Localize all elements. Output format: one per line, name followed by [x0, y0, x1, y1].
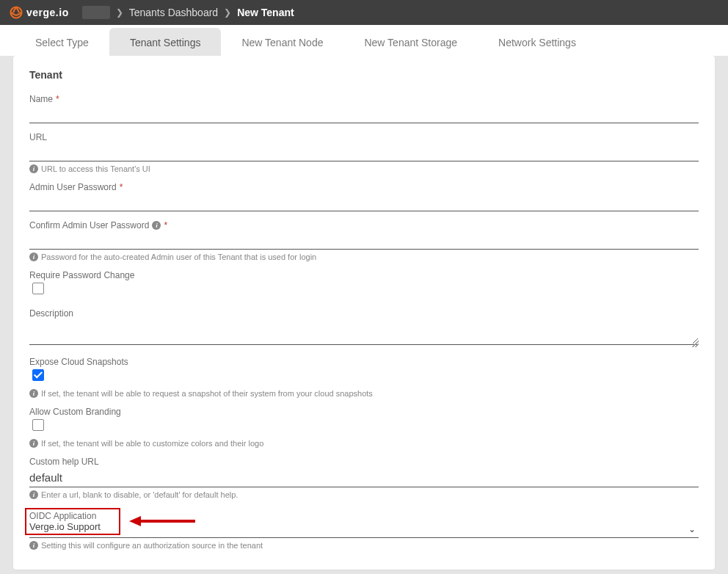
- tab-tenant-settings[interactable]: Tenant Settings: [109, 28, 222, 56]
- tab-select-type[interactable]: Select Type: [15, 28, 109, 56]
- topbar: verge.io ❯ Tenants Dashboard ❯ New Tenan…: [0, 0, 728, 25]
- name-label: Name: [29, 94, 53, 104]
- info-icon: i: [29, 164, 38, 173]
- oidc-helper: Setting this will configure an authoriza…: [41, 541, 263, 550]
- aperture-icon: [9, 5, 23, 20]
- expose-snapshots-helper: If set, the tenant will be able to reque…: [41, 389, 373, 398]
- require-change-label: Require Password Change: [29, 270, 134, 280]
- info-icon[interactable]: i: [152, 221, 161, 230]
- require-change-checkbox[interactable]: [32, 283, 44, 294]
- panel-title: Tenant: [29, 69, 699, 81]
- oidc-value-preview: Verge.io Support: [29, 521, 116, 532]
- allow-branding-checkbox[interactable]: [32, 419, 44, 431]
- info-icon: i: [29, 490, 38, 499]
- allow-branding-label: Allow Custom Branding: [29, 407, 121, 417]
- tab-network-settings[interactable]: Network Settings: [478, 28, 597, 56]
- description-label: Description: [29, 308, 73, 319]
- custom-help-label: Custom help URL: [29, 457, 99, 467]
- url-input[interactable]: [29, 142, 699, 161]
- confirm-pw-helper: Password for the auto-created Admin user…: [41, 253, 316, 261]
- svg-point-0: [11, 7, 22, 18]
- brand-text: verge.io: [26, 7, 69, 18]
- chevron-down-icon: ⌄: [688, 524, 696, 534]
- required-mark: *: [164, 220, 167, 230]
- annotation-highlight: OIDC Application Verge.io Support: [25, 508, 120, 535]
- required-mark: *: [120, 182, 123, 192]
- custom-help-input[interactable]: [29, 467, 699, 487]
- breadcrumb-tenants[interactable]: Tenants Dashboard: [129, 7, 218, 18]
- oidc-select[interactable]: . ⌄: [29, 522, 699, 538]
- chevron-right-icon: ❯: [116, 7, 123, 18]
- name-input[interactable]: [29, 104, 699, 123]
- admin-pw-input[interactable]: [29, 192, 699, 211]
- confirm-pw-input[interactable]: [29, 230, 699, 250]
- custom-help-helper: Enter a url, blank to disable, or 'defau…: [41, 490, 238, 499]
- confirm-pw-label: Confirm Admin User Password: [29, 220, 149, 230]
- wizard-tabs: Select Type Tenant Settings New Tenant N…: [0, 25, 728, 56]
- brand-logo: verge.io: [9, 5, 69, 20]
- info-icon: i: [29, 253, 38, 261]
- expose-snapshots-label: Expose Cloud Snapshots: [29, 357, 128, 367]
- info-icon: i: [29, 439, 38, 448]
- url-helper: URL to access this Tenant's UI: [41, 164, 150, 173]
- chevron-right-icon: ❯: [224, 7, 231, 18]
- allow-branding-helper: If set, the tenant will be able to custo…: [41, 439, 263, 448]
- tab-new-tenant-node[interactable]: New Tenant Node: [221, 28, 343, 56]
- info-icon: i: [29, 389, 38, 398]
- info-icon: i: [29, 541, 38, 550]
- required-mark: *: [56, 94, 59, 104]
- tab-new-tenant-storage[interactable]: New Tenant Storage: [343, 28, 478, 56]
- oidc-label: OIDC Application: [29, 511, 96, 521]
- admin-pw-label: Admin User Password: [29, 182, 117, 192]
- tenant-form-panel: Tenant Name * URL i URL to access this T…: [13, 56, 715, 570]
- description-textarea[interactable]: [29, 319, 699, 345]
- url-label: URL: [29, 132, 47, 142]
- breadcrumb-root[interactable]: [82, 6, 110, 19]
- expose-snapshots-checkbox[interactable]: [32, 369, 44, 381]
- breadcrumb-current: New Tenant: [237, 7, 294, 18]
